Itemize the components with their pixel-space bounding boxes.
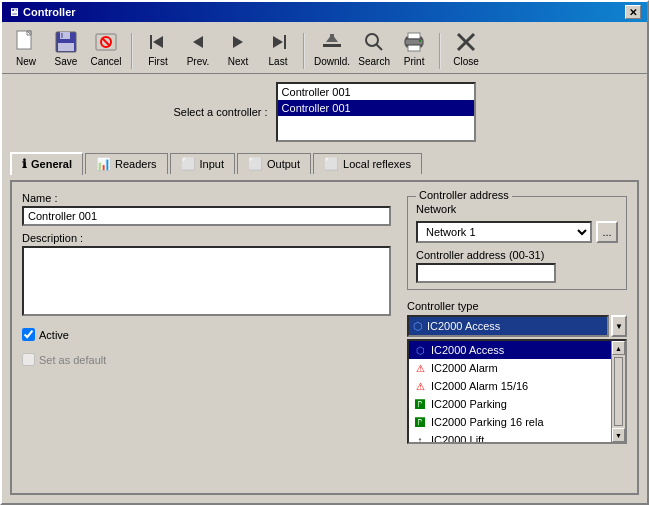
form-left: Name : Description : Active bbox=[22, 192, 391, 444]
toolbar-search[interactable]: Search bbox=[356, 26, 392, 69]
address-label: Controller address (00-31) bbox=[416, 249, 618, 261]
controller-address-title: Controller address bbox=[416, 189, 512, 201]
tabs-row: ℹ General 📊 Readers ⬜ Input ⬜ Output ⬜ L… bbox=[10, 152, 639, 174]
next-icon bbox=[224, 28, 252, 56]
readers-tab-icon: 📊 bbox=[96, 157, 111, 171]
toolbar-prev[interactable]: Prev. bbox=[180, 26, 216, 69]
ct-item-4[interactable]: 🅿 IC2000 Parking 16 rela bbox=[409, 413, 611, 431]
svg-rect-19 bbox=[330, 34, 334, 42]
toolbar-next[interactable]: Next bbox=[220, 26, 256, 69]
ct-item-5[interactable]: ↑ IC2000 Lift bbox=[409, 431, 611, 442]
title-bar-title: 🖥 Controller bbox=[8, 6, 76, 18]
search-icon bbox=[360, 28, 388, 56]
window-close-button[interactable]: ✕ bbox=[625, 5, 641, 19]
title-bar: 🖥 Controller ✕ bbox=[2, 2, 647, 22]
tab-readers[interactable]: 📊 Readers bbox=[85, 153, 168, 174]
controller-type-dropdown-button[interactable]: ▼ bbox=[611, 315, 627, 337]
tab-local-reflexes[interactable]: ⬜ Local reflexes bbox=[313, 153, 422, 174]
ct-item-1[interactable]: ⚠ IC2000 Alarm bbox=[409, 359, 611, 377]
description-field-group: Description : bbox=[22, 232, 391, 316]
address-field-group: Controller address (00-31) bbox=[416, 249, 618, 283]
controller-dropdown-input[interactable] bbox=[278, 84, 474, 100]
form-right: Controller address Network Network 1 Net… bbox=[407, 192, 627, 444]
toolbar-cancel[interactable]: Cancel bbox=[88, 26, 124, 69]
controller-type-section: Controller type ⬡ IC2000 Access ▼ ⬡ bbox=[407, 300, 627, 444]
toolbar-last[interactable]: Last bbox=[260, 26, 296, 69]
scroll-down-button[interactable]: ▼ bbox=[612, 428, 625, 442]
tab-output[interactable]: ⬜ Output bbox=[237, 153, 311, 174]
toolbar-print[interactable]: Print bbox=[396, 26, 432, 69]
toolbar-close[interactable]: Close bbox=[448, 26, 484, 69]
network-label: Network bbox=[416, 203, 618, 215]
toolbar-save-label: Save bbox=[55, 56, 78, 67]
address-input[interactable] bbox=[416, 263, 556, 283]
toolbar-new-label: New bbox=[16, 56, 36, 67]
set-default-label: Set as default bbox=[39, 354, 106, 366]
description-textarea-container bbox=[22, 246, 391, 316]
controller-type-scrollbar: ▲ ▼ bbox=[611, 341, 625, 442]
tab-local-reflexes-label: Local reflexes bbox=[343, 158, 411, 170]
svg-rect-6 bbox=[61, 33, 63, 38]
set-default-checkbox-row: Set as default bbox=[22, 353, 391, 366]
window-icon: 🖥 bbox=[8, 6, 19, 18]
content-area: Select a controller : Controller 001 ℹ G… bbox=[2, 74, 647, 503]
set-default-checkbox[interactable] bbox=[22, 353, 35, 366]
network-field-group: Network Network 1 Network 2 ... bbox=[416, 203, 618, 243]
svg-line-21 bbox=[376, 44, 382, 50]
svg-marker-16 bbox=[273, 36, 283, 48]
controller-type-label: Controller type bbox=[407, 300, 627, 312]
close-icon bbox=[452, 28, 480, 56]
tab-general[interactable]: ℹ General bbox=[10, 152, 83, 175]
description-label: Description : bbox=[22, 232, 391, 244]
controller-dropdown-item-0[interactable]: Controller 001 bbox=[278, 100, 474, 116]
tab-readers-label: Readers bbox=[115, 158, 157, 170]
active-checkbox[interactable] bbox=[22, 328, 35, 341]
controller-type-selected: IC2000 Access bbox=[427, 320, 500, 332]
toolbar-save[interactable]: Save bbox=[48, 26, 84, 69]
toolbar-first[interactable]: First bbox=[140, 26, 176, 69]
scroll-up-button[interactable]: ▲ bbox=[612, 341, 625, 355]
last-icon bbox=[264, 28, 292, 56]
name-input[interactable] bbox=[22, 206, 391, 226]
toolbar-prev-label: Prev. bbox=[187, 56, 210, 67]
name-field-group: Name : bbox=[22, 192, 391, 226]
toolbar-download-label: Downld. bbox=[314, 56, 350, 67]
input-tab-icon: ⬜ bbox=[181, 157, 196, 171]
controller-type-list: ⬡ IC2000 Access ⚠ IC2000 Alarm ⚠ IC2000 … bbox=[409, 341, 611, 442]
svg-rect-0 bbox=[17, 31, 31, 49]
svg-marker-13 bbox=[193, 36, 203, 48]
tab-input[interactable]: ⬜ Input bbox=[170, 153, 235, 174]
general-tab-icon: ℹ bbox=[22, 157, 27, 171]
ct-item-3[interactable]: 🅿 IC2000 Parking bbox=[409, 395, 611, 413]
tab-general-label: General bbox=[31, 158, 72, 170]
toolbar-sep-2 bbox=[303, 33, 305, 69]
svg-marker-12 bbox=[153, 36, 163, 48]
ct-item-2[interactable]: ⚠ IC2000 Alarm 15/16 bbox=[409, 377, 611, 395]
svg-rect-23 bbox=[408, 33, 420, 39]
toolbar-search-label: Search bbox=[358, 56, 390, 67]
tab-output-label: Output bbox=[267, 158, 300, 170]
toolbar-cancel-label: Cancel bbox=[90, 56, 121, 67]
controller-dropdown-list: Controller 001 bbox=[278, 100, 474, 116]
toolbar-sep-1 bbox=[131, 33, 133, 69]
scroll-thumb[interactable] bbox=[614, 357, 623, 426]
svg-rect-25 bbox=[405, 39, 423, 45]
svg-rect-17 bbox=[323, 44, 341, 47]
controller-dropdown-container: Controller 001 bbox=[276, 82, 476, 142]
network-browse-button[interactable]: ... bbox=[596, 221, 618, 243]
network-row: Network 1 Network 2 ... bbox=[416, 221, 618, 243]
description-textarea[interactable] bbox=[22, 246, 391, 316]
active-label: Active bbox=[39, 329, 69, 341]
toolbar-new[interactable]: New bbox=[8, 26, 44, 69]
form-row: Name : Description : Active bbox=[22, 192, 627, 444]
network-select[interactable]: Network 1 Network 2 bbox=[416, 221, 592, 243]
controller-address-group: Controller address Network Network 1 Net… bbox=[407, 196, 627, 290]
toolbar-download[interactable]: Downld. bbox=[312, 26, 352, 69]
ct-item-0[interactable]: ⬡ IC2000 Access bbox=[409, 341, 611, 359]
toolbar: New Save Cancel First Prev. bbox=[2, 22, 647, 74]
print-icon bbox=[400, 28, 428, 56]
first-icon bbox=[144, 28, 172, 56]
window-title: Controller bbox=[23, 6, 76, 18]
toolbar-close-label: Close bbox=[453, 56, 479, 67]
svg-marker-14 bbox=[233, 36, 243, 48]
